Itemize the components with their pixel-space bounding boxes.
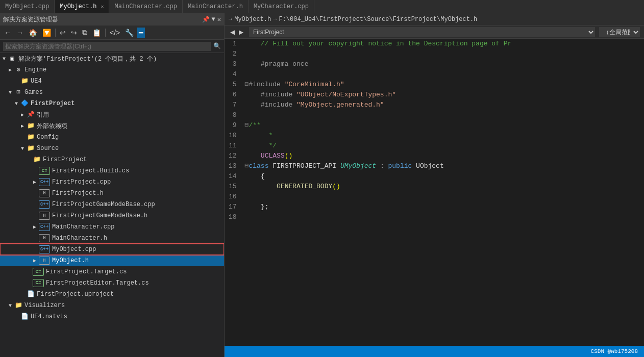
breadcrumb-path: F:\004_Ue4\FirstProject\Source\FirstProj… bbox=[279, 16, 477, 23]
tree-arrow-ref[interactable]: ▶ bbox=[18, 112, 27, 118]
nav-back-btn[interactable]: ◀ bbox=[229, 28, 236, 36]
tree-item-firstproject_h[interactable]: HFirstProject.h bbox=[0, 188, 224, 199]
line-num-7: 7 bbox=[229, 100, 237, 110]
tree-label-solution: 解决方案'FirstProject'(2 个项目，共 2 个) bbox=[18, 55, 157, 63]
menu-icon[interactable]: ▼ bbox=[212, 16, 215, 23]
sidebar-title: 解决方案资源管理器 bbox=[3, 15, 58, 24]
tree-icon-games: ⊞ bbox=[14, 88, 22, 96]
undo-btn[interactable]: ↩ bbox=[58, 28, 68, 38]
tree-arrow-solution[interactable]: ▼ bbox=[0, 56, 8, 62]
code-view[interactable]: 123456789101112131415161718 // Fill out … bbox=[225, 39, 644, 346]
code-btn[interactable]: </> bbox=[108, 28, 122, 38]
scope-dropdown[interactable]: （全局范围） bbox=[599, 27, 640, 37]
tree-arrow-firstproject[interactable]: ▼ bbox=[12, 101, 20, 107]
tree-item-extdep[interactable]: ▶📁外部依赖项 bbox=[0, 120, 224, 132]
code-line-17: }; bbox=[245, 202, 644, 212]
nav-forward-btn[interactable]: ▶ bbox=[237, 28, 245, 36]
tree-item-firstproject_build[interactable]: C#FirstProject.Build.cs bbox=[0, 165, 224, 176]
tree-arrow-myobject_h[interactable]: ▶ bbox=[31, 258, 39, 264]
search-icon[interactable]: 🔍 bbox=[213, 42, 221, 50]
tree-item-games[interactable]: ▼⊞Games bbox=[0, 87, 224, 98]
tree-icon-firstproject: 🔷 bbox=[20, 99, 29, 108]
tree-label-firstproject2: FirstProject bbox=[43, 156, 87, 163]
tree-item-firstproject2[interactable]: 📁FirstProject bbox=[0, 154, 224, 165]
tree-label-mainchar_cpp: MainCharacter.cpp bbox=[52, 223, 114, 231]
tree-arrow-extdep[interactable]: ▶ bbox=[18, 123, 27, 129]
line-num-14: 14 bbox=[229, 171, 237, 182]
tree-item-ue4natvis[interactable]: 📄UE4.natvis bbox=[0, 311, 224, 322]
tree-item-fp_uproject[interactable]: 📄FirstProject.uproject bbox=[0, 289, 224, 300]
tree-arrow-games[interactable]: ▼ bbox=[6, 90, 14, 95]
tree-item-firstproject_gm_cpp[interactable]: C++FirstProjectGameModeBase.cpp bbox=[0, 199, 224, 210]
tab-label: MyObject.cpp bbox=[5, 3, 49, 10]
tab-label: MyCharacter.cpp bbox=[254, 3, 309, 10]
separator-2 bbox=[105, 29, 106, 37]
forward-btn[interactable]: → bbox=[14, 28, 26, 38]
tree-item-ref[interactable]: ▶📌引用 bbox=[0, 109, 224, 120]
tree-item-ue4[interactable]: 📁UE4 bbox=[0, 75, 224, 87]
close-icon[interactable]: ✕ bbox=[217, 16, 221, 23]
home-btn[interactable]: 🏠 bbox=[27, 28, 39, 38]
tab-label: MainCharacter.h bbox=[188, 3, 243, 10]
tree-label-extdep: 外部依赖项 bbox=[37, 122, 67, 131]
tab-maincharacter-h[interactable]: MainCharacter.h bbox=[183, 0, 249, 13]
tree-arrow-firstproject_cpp[interactable]: ▶ bbox=[31, 179, 39, 185]
line-num-13: 13 bbox=[229, 161, 237, 171]
tree-item-config[interactable]: 📁Config bbox=[0, 132, 224, 143]
tree-icon-firstproject2: 📁 bbox=[33, 156, 41, 164]
tree-item-myobject_cpp[interactable]: C++MyObject.cpp bbox=[0, 244, 224, 255]
line-num-4: 4 bbox=[229, 69, 237, 80]
tree-label-firstproject_gm_cpp: FirstProjectGameModeBase.cpp bbox=[52, 201, 155, 208]
tree-item-visualizers[interactable]: ▼📁Visualizers bbox=[0, 300, 224, 311]
tree-label-games: Games bbox=[24, 89, 43, 96]
tab-label: MainCharacter.cpp bbox=[114, 3, 177, 10]
tree-item-myobject_h[interactable]: ▶HMyObject.h bbox=[0, 255, 224, 266]
tree-label-ue4: UE4 bbox=[31, 78, 42, 85]
tree-icon-mainchar_h: H bbox=[39, 234, 50, 242]
line-num-10: 10 bbox=[229, 131, 237, 141]
tree-label-visualizers: Visualizers bbox=[24, 302, 65, 309]
back-btn[interactable]: ← bbox=[2, 28, 13, 38]
copy-btn[interactable]: ⧉ bbox=[80, 27, 89, 38]
tree-item-mainchar_h[interactable]: HMainCharacter.h bbox=[0, 233, 224, 244]
tree-arrow-mainchar_cpp[interactable]: ▶ bbox=[31, 224, 39, 230]
line-num-18: 18 bbox=[229, 212, 237, 222]
tree-item-mainchar_cpp[interactable]: ▶C++MainCharacter.cpp bbox=[0, 221, 224, 233]
tab-myobject-h[interactable]: MyObject.h ✕ bbox=[55, 0, 109, 13]
tree-item-firstproject_gm_h[interactable]: HFirstProjectGameModeBase.h bbox=[0, 210, 224, 221]
settings-btn[interactable]: 🔧 bbox=[123, 28, 136, 38]
line-num-12: 12 bbox=[229, 151, 237, 161]
tree-item-firstproject_cpp[interactable]: ▶C++FirstProject.cpp bbox=[0, 176, 224, 188]
tree-arrow-visualizers[interactable]: ▼ bbox=[6, 303, 14, 309]
active-btn[interactable]: ━ bbox=[137, 28, 145, 38]
tree-icon-fp_uproject: 📄 bbox=[27, 290, 35, 298]
tree-icon-source: 📁 bbox=[27, 144, 35, 152]
tree-item-source[interactable]: ▼📁Source bbox=[0, 143, 224, 154]
tree-item-fp_target[interactable]: C#FirstProject.Target.cs bbox=[0, 266, 224, 277]
tab-myobject-cpp[interactable]: MyObject.cpp bbox=[0, 0, 55, 13]
project-dropdown[interactable]: FirstProject bbox=[249, 27, 595, 37]
tab-mycharacter-cpp[interactable]: MyCharacter.cpp bbox=[249, 0, 314, 13]
tree-label-fpe_target: FirstProjectEditor.Target.cs bbox=[46, 279, 149, 287]
tree-label-firstproject_cpp: FirstProject.cpp bbox=[52, 178, 111, 186]
tree-item-engine[interactable]: ▶⚙Engine bbox=[0, 64, 224, 75]
paste-btn[interactable]: 📋 bbox=[90, 28, 103, 38]
tab-close-icon[interactable]: ✕ bbox=[101, 4, 104, 10]
code-line-4 bbox=[245, 69, 644, 80]
tree-item-firstproject[interactable]: ▼🔷FirstProject bbox=[0, 98, 224, 109]
line-num-9: 9 bbox=[229, 120, 237, 131]
filter-btn[interactable]: 🔽 bbox=[40, 28, 53, 38]
line-num-11: 11 bbox=[229, 141, 237, 151]
tree-item-fpe_target[interactable]: C#FirstProjectEditor.Target.cs bbox=[0, 277, 224, 289]
search-input[interactable] bbox=[3, 42, 211, 51]
pin-icon[interactable]: 📌 bbox=[202, 16, 210, 23]
code-line-5: ⊟#include "CoreMinimal.h" bbox=[245, 80, 644, 90]
tab-maincharacter-cpp[interactable]: MainCharacter.cpp bbox=[109, 0, 182, 13]
tree-arrow-engine[interactable]: ▶ bbox=[6, 67, 14, 73]
undo2-btn[interactable]: ↪ bbox=[69, 28, 79, 38]
tree-item-solution[interactable]: ▼▣解决方案'FirstProject'(2 个项目，共 2 个) bbox=[0, 53, 224, 64]
tree-arrow-source[interactable]: ▼ bbox=[18, 146, 27, 151]
breadcrumb-file: MyObject.h bbox=[234, 16, 271, 23]
nav-arrows: ◀ ▶ bbox=[229, 28, 245, 36]
code-line-14: { bbox=[245, 171, 644, 182]
